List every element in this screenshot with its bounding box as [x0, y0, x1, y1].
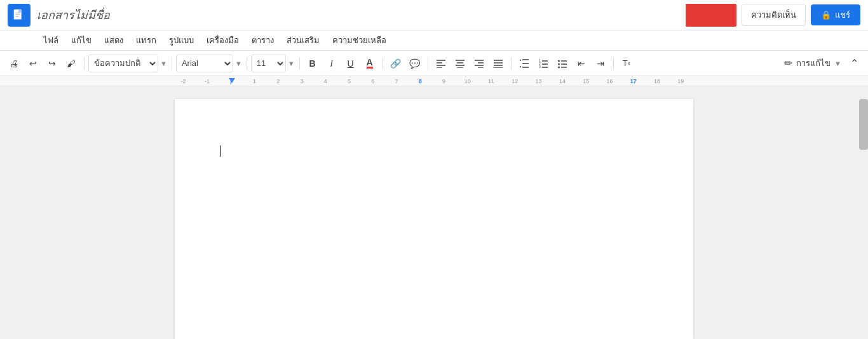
ruler-mark: 6 [361, 78, 384, 84]
ruler-mark: 11 [479, 78, 503, 84]
bullet-list-button[interactable] [553, 55, 571, 72]
separator-7 [511, 57, 512, 70]
svg-rect-1 [18, 9, 22, 12]
ruler-mark: 5 [337, 78, 361, 84]
separator-1 [84, 57, 85, 70]
user-avatar-area [686, 4, 736, 27]
document-area[interactable] [0, 86, 868, 339]
underline-button[interactable]: U [342, 55, 360, 72]
scrollbar-area[interactable] [859, 86, 868, 339]
numbered-list-icon: 123 [538, 58, 548, 69]
share-button[interactable]: 🔒 แชร์ [811, 4, 860, 25]
print-button[interactable]: 🖨 [5, 55, 23, 72]
style-dropdown-arrow: ▼ [160, 60, 167, 67]
indent-more-button[interactable]: ⇥ [592, 55, 609, 72]
svg-point-31 [558, 63, 560, 65]
ruler-mark: 9 [432, 78, 456, 84]
ruler-mark: 14 [550, 78, 574, 84]
link-button[interactable]: 🔗 [387, 55, 405, 72]
menu-insert[interactable]: แทรก [131, 31, 161, 50]
ruler-mark: 2 [266, 78, 290, 84]
menu-tools[interactable]: เครื่องมือ [201, 31, 244, 50]
ruler: -2 -1 | 1 2 3 4 5 6 7 8 9 10 11 12 13 14… [0, 76, 868, 86]
ruler-mark: -2 [172, 78, 195, 84]
ruler-mark: 13 [527, 78, 550, 84]
pencil-icon: ✏ [784, 57, 792, 69]
underline-icon: U [348, 58, 354, 69]
menu-table[interactable]: ตาราง [247, 31, 279, 50]
menu-edit[interactable]: แก้ไข [66, 31, 97, 50]
align-right-icon [474, 59, 484, 68]
ruler-inner: -2 -1 | 1 2 3 4 5 6 7 8 9 10 11 12 13 14… [172, 78, 693, 84]
ruler-mark: 7 [384, 78, 408, 84]
menu-file[interactable]: ไฟล์ [38, 31, 64, 50]
comment-button-label: ความคิดเห็น [751, 8, 796, 22]
document-page[interactable] [175, 99, 693, 339]
font-color-icon: A [367, 58, 373, 69]
menubar: ไฟล์ แก้ไข แสดง แทรก รูปแบบ เครื่องมือ ต… [0, 30, 868, 51]
align-center-button[interactable] [451, 55, 469, 72]
italic-button[interactable]: I [323, 55, 341, 72]
ruler-mark: 1 [243, 78, 266, 84]
redo-button[interactable]: ↪ [43, 55, 61, 72]
header: เอกสารไม่มีชื่อ ความคิดเห็น 🔒 แชร์ [0, 0, 868, 30]
bullet-list-icon [557, 58, 567, 69]
italic-icon: I [330, 58, 333, 69]
ruler-mark: 10 [456, 78, 479, 84]
svg-point-32 [558, 66, 560, 68]
separator-4 [299, 57, 300, 70]
menu-addons[interactable]: ส่วนเสริม [281, 31, 325, 50]
bold-icon: B [309, 58, 316, 69]
ruler-mark: 8 [409, 78, 432, 84]
align-right-button[interactable] [470, 55, 488, 72]
separator-3 [247, 57, 247, 70]
ruler-mark: | [219, 78, 243, 84]
ruler-mark: 17 [621, 78, 645, 84]
bold-button[interactable]: B [304, 55, 322, 72]
paragraph-style-select[interactable]: ข้อความปกติ [88, 55, 158, 72]
menu-view[interactable]: แสดง [99, 31, 128, 50]
clear-format-button[interactable]: Tx [618, 55, 635, 72]
separator-6 [428, 57, 428, 70]
line-spacing-button[interactable] [515, 55, 533, 72]
separator-2 [172, 57, 172, 70]
align-center-icon [455, 59, 465, 68]
separator-5 [383, 57, 383, 70]
ruler-mark: 18 [645, 78, 668, 84]
size-dropdown-arrow: ▼ [288, 60, 295, 67]
editing-label: การแก้ไข [796, 56, 831, 70]
comment-inline-button[interactable]: 💬 [406, 55, 424, 72]
align-left-button[interactable] [432, 55, 450, 72]
menu-help[interactable]: ความช่วยเหลือ [327, 31, 391, 50]
ruler-mark: 15 [574, 78, 598, 84]
font-color-button[interactable]: A [361, 55, 379, 72]
line-spacing-icon [519, 58, 529, 69]
undo-button[interactable]: ↩ [24, 55, 42, 72]
header-actions: ความคิดเห็น 🔒 แชร์ [686, 4, 860, 27]
indent-less-button[interactable]: ⇤ [573, 55, 590, 72]
font-size-select[interactable]: 11 [251, 55, 286, 72]
comment-button[interactable]: ความคิดเห็น [742, 4, 806, 26]
ruler-mark: 19 [669, 78, 693, 84]
app-icon [8, 4, 31, 27]
menu-format[interactable]: รูปแบบ [164, 31, 199, 50]
text-cursor [220, 145, 221, 157]
align-left-icon [436, 59, 446, 68]
editing-dropdown-arrow: ▼ [834, 60, 841, 67]
share-button-label: แชร์ [835, 8, 850, 22]
doc-title[interactable]: เอกสารไม่มีชื่อ [37, 6, 686, 24]
font-select[interactable]: Arial [176, 55, 233, 72]
svg-text:3: 3 [539, 65, 541, 69]
editing-area-right: ✏ การแก้ไข ▼ ⌃ [784, 55, 863, 72]
font-dropdown-arrow: ▼ [235, 60, 242, 67]
svg-point-30 [558, 60, 560, 62]
ruler-mark: 16 [598, 78, 621, 84]
paint-format-button[interactable]: 🖌 [62, 55, 80, 72]
ruler-mark: -1 [195, 78, 219, 84]
numbered-list-button[interactable]: 123 [534, 55, 552, 72]
collapse-toolbar-button[interactable]: ⌃ [845, 55, 863, 72]
scrollbar-thumb[interactable] [859, 99, 868, 150]
align-justify-button[interactable] [489, 55, 507, 72]
align-justify-icon [493, 59, 503, 68]
ruler-mark: 12 [503, 78, 527, 84]
